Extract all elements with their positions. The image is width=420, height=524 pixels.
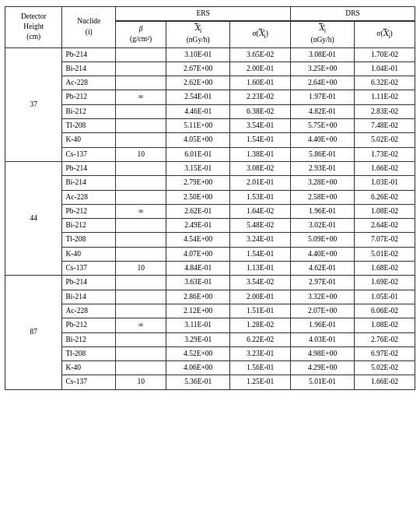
xi-drs-cell: 4.29E+00 (291, 361, 355, 375)
nuclide-cell: Bi-212 (62, 219, 116, 233)
beta-cell (116, 161, 166, 175)
sigma-drs-cell: 7.48E-02 (355, 119, 415, 133)
sigma-xi-ers-header: σ(Ẋi) (230, 22, 291, 47)
beta-cell (116, 233, 166, 247)
xi-ers-cell: 3.29E-01 (166, 332, 230, 346)
xi-ers-cell: 4.84E-01 (166, 262, 230, 276)
beta-cell (116, 47, 166, 62)
sigma-ers-cell: 6.22E-02 (230, 332, 291, 346)
sigma-ers-cell: 2.00E-01 (230, 62, 291, 76)
beta-cell (116, 62, 166, 76)
beta-cell (116, 361, 166, 375)
beta-cell (116, 133, 166, 147)
data-row: Cs-137106.01E-011.38E-015.86E-011.73E-02 (5, 147, 415, 161)
data-row: K-404.07E+001.54E-014.40E+005.01E-02 (5, 247, 415, 261)
sigma-drs-cell: 5.01E-02 (355, 247, 415, 261)
xi-ers-cell: 2.12E+00 (166, 304, 230, 318)
beta-cell (116, 290, 166, 304)
data-row: 44Pb-2143.15E-013.08E-022.93E-011.66E-02 (5, 161, 415, 175)
beta-cell (116, 76, 166, 90)
height-cell: 87 (5, 276, 62, 389)
sigma-ers-cell: 1.54E-01 (230, 133, 291, 147)
nuclide-cell: Bi-214 (62, 176, 116, 190)
data-row: Ac-2282.12E+001.51E-012.07E+006.06E-02 (5, 304, 415, 318)
nuclide-cell: Cs-137 (62, 375, 116, 389)
xi-drs-cell: 5.86E-01 (291, 147, 355, 161)
nuclide-cell: Ac-228 (62, 304, 116, 318)
sigma-ers-cell: 1.13E-01 (230, 262, 291, 276)
xi-drs-cell: 2.58E+00 (291, 190, 355, 204)
sigma-drs-cell: 1.73E-02 (355, 147, 415, 161)
xi-ers-cell: 5.36E-01 (166, 375, 230, 389)
sigma-ers-cell: 1.38E-01 (230, 147, 291, 161)
xi-drs-cell: 1.96E-01 (291, 318, 355, 332)
xi-drs-cell: 2.64E+00 (291, 76, 355, 90)
sigma-drs-cell: 6.06E-02 (355, 304, 415, 318)
nuclide-cell: Pb-214 (62, 276, 116, 290)
xi-drs-cell: 4.62E-01 (291, 262, 355, 276)
sigma-drs-cell: 2.83E-02 (355, 104, 415, 118)
nuclide-cell: Tl-208 (62, 119, 116, 133)
data-row: K-404.05E+001.54E-014.40E+005.02E-02 (5, 133, 415, 147)
xi-drs-cell: 4.03E-01 (291, 332, 355, 346)
nuclide-cell: Pb-212 (62, 204, 116, 218)
nuclide-cell: Bi-212 (62, 332, 116, 346)
sigma-drs-cell: 1.11E-02 (355, 90, 415, 104)
nuclide-cell: Pb-212 (62, 90, 116, 104)
sigma-drs-cell: 2.76E-02 (355, 332, 415, 346)
xi-ers-header: Ẋi(nGy/h) (166, 22, 230, 47)
xi-ers-cell: 3.10E-01 (166, 47, 230, 62)
sigma-drs-cell: 6.32E-02 (355, 76, 415, 90)
sigma-ers-cell: 6.38E-02 (230, 104, 291, 118)
sigma-ers-cell: 1.51E-01 (230, 304, 291, 318)
nuclide-cell: Pb-214 (62, 47, 116, 62)
sigma-drs-cell: 6.97E-02 (355, 346, 415, 360)
xi-drs-cell: 3.32E+00 (291, 290, 355, 304)
xi-drs-cell: 2.97E-01 (291, 276, 355, 290)
xi-drs-cell: 3.08E-01 (291, 47, 355, 62)
sigma-ers-cell: 2.00E-01 (230, 290, 291, 304)
beta-cell: ∞ (116, 90, 166, 104)
detector-height-header: DetectorHeight(cm) (5, 7, 62, 48)
sigma-ers-cell: 1.64E-02 (230, 204, 291, 218)
sigma-ers-cell: 3.23E-01 (230, 346, 291, 360)
sigma-ers-cell: 5.48E-02 (230, 219, 291, 233)
beta-cell (116, 332, 166, 346)
nuclide-cell: Ac-228 (62, 76, 116, 90)
beta-cell: 10 (116, 147, 166, 161)
nuclide-cell: Cs-137 (62, 147, 116, 161)
data-row: Tl-2084.52E+003.23E-014.98E+006.97E-02 (5, 346, 415, 360)
xi-drs-cell: 1.96E-01 (291, 204, 355, 218)
nuclide-cell: Pb-214 (62, 161, 116, 175)
beta-cell (116, 247, 166, 261)
height-cell: 37 (5, 47, 62, 161)
beta-cell (116, 219, 166, 233)
xi-drs-cell: 4.40E+00 (291, 247, 355, 261)
sigma-drs-cell: 1.66E-02 (355, 375, 415, 389)
nuclide-cell: Bi-212 (62, 104, 116, 118)
sigma-ers-cell: 3.24E-01 (230, 233, 291, 247)
sigma-drs-cell: 1.03E-01 (355, 176, 415, 190)
data-row: Bi-2142.79E+002.01E-013.28E+001.03E-01 (5, 176, 415, 190)
beta-cell (116, 104, 166, 118)
xi-ers-cell: 5.11E+00 (166, 119, 230, 133)
sigma-drs-cell: 2.64E-02 (355, 219, 415, 233)
xi-ers-cell: 2.62E+00 (166, 76, 230, 90)
xi-ers-cell: 2.62E-01 (166, 204, 230, 218)
xi-ers-cell: 2.49E-01 (166, 219, 230, 233)
sigma-xi-drs-header: σ(Ẋi) (355, 22, 415, 47)
sigma-ers-cell: 1.53E-01 (230, 190, 291, 204)
data-row: Bi-2124.46E-016.38E-024.82E-012.83E-02 (5, 104, 415, 118)
xi-ers-cell: 4.07E+00 (166, 247, 230, 261)
beta-cell: ∞ (116, 204, 166, 218)
data-row: Ac-2282.62E+001.60E-012.64E+006.32E-02 (5, 76, 415, 90)
sigma-ers-cell: 3.54E-02 (230, 276, 291, 290)
data-row: K-404.06E+001.56E-014.29E+005.02E-02 (5, 361, 415, 375)
sigma-ers-cell: 2.23E-02 (230, 90, 291, 104)
sigma-ers-cell: 1.28E-02 (230, 318, 291, 332)
xi-drs-cell: 1.97E-01 (291, 90, 355, 104)
xi-drs-cell: 4.98E+00 (291, 346, 355, 360)
beta-cell: 10 (116, 262, 166, 276)
sigma-ers-cell: 3.65E-02 (230, 47, 291, 62)
nuclide-cell: Tl-208 (62, 346, 116, 360)
